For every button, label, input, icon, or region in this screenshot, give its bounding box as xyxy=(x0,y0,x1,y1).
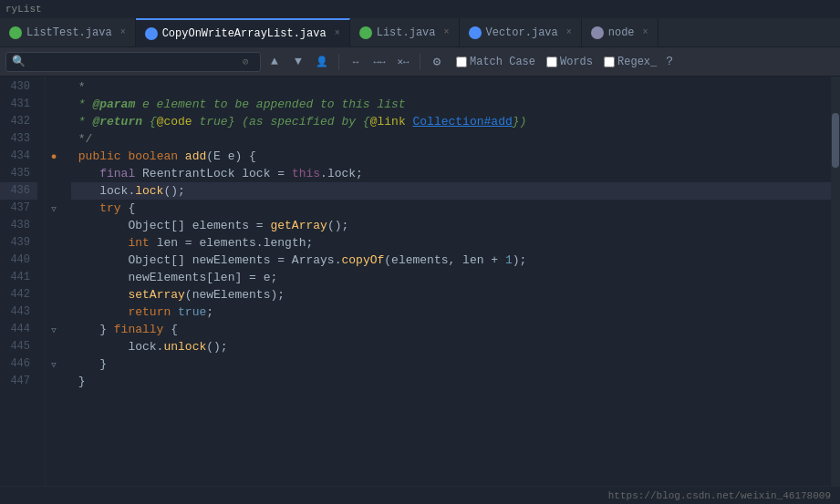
gutter-marker: ▽ xyxy=(46,321,62,338)
help-button[interactable]: ? xyxy=(666,55,673,68)
fold-icon[interactable]: ▽ xyxy=(51,361,56,370)
tab-close-icon[interactable]: × xyxy=(335,28,340,38)
table-row: * @return {@code true} (as specified by … xyxy=(71,113,831,130)
line-number: 439 xyxy=(0,234,37,252)
match-case-label[interactable]: Match Case xyxy=(456,56,535,68)
search-box[interactable]: 🔍 ⊘ xyxy=(5,52,261,72)
gutter-marker xyxy=(46,78,62,96)
table-row: } xyxy=(71,373,831,390)
gutter-marker xyxy=(46,252,62,269)
tab-listest[interactable]: ListTest.java × xyxy=(0,18,136,47)
regex-label[interactable]: Regex_ xyxy=(604,56,657,68)
match-case-checkbox[interactable] xyxy=(456,57,467,67)
table-row: } xyxy=(71,355,831,373)
scrollbar-thumb[interactable] xyxy=(832,113,839,168)
regex-checkbox[interactable] xyxy=(604,57,615,67)
table-row: final ReentrantLock lock = this.lock; xyxy=(71,165,831,182)
code-content[interactable]: * * @param e element to be appended to t… xyxy=(62,77,831,486)
gutter-marker xyxy=(46,303,62,321)
replace-button[interactable]: ↔ xyxy=(346,52,366,72)
line-number: 441 xyxy=(0,269,37,286)
title-bar: ryList xyxy=(0,0,840,18)
line-number: 432 xyxy=(0,113,37,130)
table-row: lock.unlock(); xyxy=(71,338,831,355)
gutter-markers: ●▽▽▽ xyxy=(46,77,62,486)
status-bar: https://blog.csdn.net/weixin_46178009 xyxy=(0,486,840,504)
toolbar-separator-2 xyxy=(420,54,420,70)
tab-label: CopyOnWriteArrayList.java xyxy=(162,27,327,40)
line-number: 431 xyxy=(0,96,37,113)
tab-list[interactable]: List.java × xyxy=(350,18,460,47)
line-number: 440 xyxy=(0,252,37,269)
fold-icon[interactable]: ▽ xyxy=(51,205,56,214)
tab-node[interactable]: node × xyxy=(582,18,659,47)
line-number: 445 xyxy=(0,338,37,355)
tab-label: node xyxy=(608,26,635,39)
line-number: 435 xyxy=(0,165,37,182)
tab-close-icon[interactable]: × xyxy=(643,27,648,37)
tab-close-icon[interactable]: × xyxy=(444,27,450,37)
table-row: Object[] elements = getArray(); xyxy=(71,217,831,234)
gutter-marker xyxy=(46,234,62,252)
vertical-scrollbar[interactable] xyxy=(831,77,840,486)
table-row: setArray(newElements); xyxy=(71,286,831,303)
line-number: 438 xyxy=(0,217,37,234)
line-number: 447 xyxy=(0,373,37,390)
toolbar-separator-1 xyxy=(338,54,339,70)
line-number: 443 xyxy=(0,303,37,321)
bookmark-icon: ● xyxy=(51,151,57,162)
line-number: 442 xyxy=(0,286,37,303)
table-row: int len = elements.length; xyxy=(71,234,831,252)
gutter-marker xyxy=(46,286,62,303)
prev-result-button[interactable]: ▲ xyxy=(264,52,285,72)
table-row: try { xyxy=(71,200,831,217)
line-number: 436 xyxy=(0,182,37,200)
table-row: * @param e element to be appended to thi… xyxy=(71,96,831,113)
words-checkbox[interactable] xyxy=(546,57,557,67)
line-number: 444 xyxy=(0,321,37,338)
line-numbers: 4304314324334344354364374384394404414424… xyxy=(0,77,46,486)
gutter-marker: ● xyxy=(46,148,62,165)
table-row: * xyxy=(71,78,831,96)
window-title: ryList xyxy=(5,4,42,15)
tab-label: Vector.java xyxy=(486,26,558,39)
tab-label: ListTest.java xyxy=(26,26,112,39)
replace-all-button[interactable]: ↔↔ xyxy=(369,52,389,72)
gutter-marker xyxy=(46,96,62,113)
line-number: 434 xyxy=(0,148,37,165)
line-number: 433 xyxy=(0,130,37,148)
code-editor[interactable]: 4304314324334344354364374384394404414424… xyxy=(0,77,840,486)
search-icon: 🔍 xyxy=(12,55,26,68)
tab-copyonwrite[interactable]: CopyOnWriteArrayList.java × xyxy=(136,18,350,47)
clear-search-icon[interactable]: ⊘ xyxy=(243,56,249,67)
search-input[interactable] xyxy=(29,56,239,68)
next-result-button[interactable]: ▼ xyxy=(288,52,308,72)
filter-button[interactable]: ⚙ xyxy=(427,52,447,72)
status-url: https://blog.csdn.net/weixin_46178009 xyxy=(608,490,831,501)
table-row: */ xyxy=(71,130,831,148)
table-row: } finally { xyxy=(71,321,831,338)
line-number: 437 xyxy=(0,200,37,217)
search-options: Match Case Words Regex_ ? xyxy=(456,55,673,68)
line-number: 430 xyxy=(0,78,37,96)
gutter-marker xyxy=(46,182,62,200)
fold-icon[interactable]: ▽ xyxy=(51,326,56,335)
table-row: lock.lock(); xyxy=(71,182,831,200)
tab-close-icon[interactable]: × xyxy=(120,27,126,37)
table-row: public boolean add(E e) { xyxy=(71,148,831,165)
gutter-marker xyxy=(46,338,62,355)
replace-close-button[interactable]: ✕↔ xyxy=(393,52,413,72)
table-row: return true; xyxy=(71,303,831,321)
gutter-marker xyxy=(46,217,62,234)
gutter-marker xyxy=(46,373,62,390)
gutter-marker xyxy=(46,269,62,286)
gutter-marker: ▽ xyxy=(46,200,62,217)
gutter-marker xyxy=(46,130,62,148)
table-row: newElements[len] = e; xyxy=(71,269,831,286)
gutter-marker xyxy=(46,113,62,130)
tab-label: List.java xyxy=(377,26,436,39)
tab-close-icon[interactable]: × xyxy=(566,27,572,37)
find-in-path-button[interactable]: 👤 xyxy=(312,52,332,72)
words-label[interactable]: Words xyxy=(546,56,593,68)
tab-vector[interactable]: Vector.java × xyxy=(460,18,582,47)
